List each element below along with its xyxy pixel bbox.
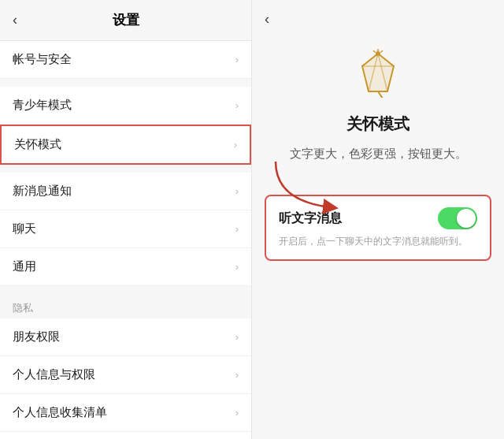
menu-item-chat[interactable]: 聊天 › xyxy=(0,210,251,248)
menu-item-personal-info[interactable]: 个人信息与权限 › xyxy=(0,356,251,394)
svg-line-5 xyxy=(378,91,383,98)
page-title: 设置 xyxy=(113,11,139,29)
menu-item-teen[interactable]: 青少年模式 › xyxy=(0,87,251,125)
chevron-icon: › xyxy=(235,223,239,235)
gap-3 xyxy=(0,286,251,294)
chevron-icon: › xyxy=(235,261,239,273)
chevron-icon: › xyxy=(234,139,237,151)
svg-line-8 xyxy=(373,50,376,53)
back-button[interactable]: ‹ xyxy=(13,12,17,28)
menu-item-notification[interactable]: 新消息通知 › xyxy=(0,173,251,210)
chevron-icon: › xyxy=(235,185,239,197)
settings-header: ‹ 设置 xyxy=(0,0,251,41)
listen-text-toggle[interactable] xyxy=(438,207,477,229)
gap-1 xyxy=(0,79,251,87)
right-back-button[interactable]: ‹ xyxy=(265,11,269,28)
menu-item-friends[interactable]: 朋友权限 › xyxy=(0,318,251,356)
menu-item-general[interactable]: 通用 › xyxy=(0,248,251,286)
svg-line-9 xyxy=(381,50,384,53)
arrow-indicator xyxy=(260,154,354,217)
feature-desc: 开启后，点一下聊天中的文字消息就能听到。 xyxy=(279,234,477,248)
care-mode-title: 关怀模式 xyxy=(346,113,410,135)
chevron-icon: › xyxy=(235,331,239,343)
care-icon-container xyxy=(353,47,403,101)
chevron-icon: › xyxy=(235,54,239,65)
menu-item-care[interactable]: 关怀模式 › xyxy=(0,125,251,165)
right-panel: ‹ 关怀模式 文字更大，色彩更强，按钮更大。 xyxy=(252,0,504,439)
menu-item-account[interactable]: 帐号与安全 › xyxy=(0,41,251,79)
left-panel: ‹ 设置 帐号与安全 › 青少年模式 › 关怀模式 › 新消息通知 › 聊天 › xyxy=(0,0,252,439)
svg-point-6 xyxy=(376,51,380,56)
chevron-icon: › xyxy=(235,407,239,419)
menu-item-personal-collect[interactable]: 个人信息收集清单 › xyxy=(0,394,251,432)
care-mode-icon xyxy=(353,47,403,98)
chevron-icon: › xyxy=(235,99,239,111)
gap-2 xyxy=(0,165,251,173)
toggle-knob xyxy=(457,209,476,228)
chevron-icon: › xyxy=(235,369,239,381)
menu-list: 帐号与安全 › 青少年模式 › 关怀模式 › 新消息通知 › 聊天 › 通用 › xyxy=(0,41,251,439)
menu-item-third-party[interactable]: 第三方信息共享清单 › xyxy=(0,432,251,439)
privacy-section-header: 隐私 xyxy=(0,294,251,318)
